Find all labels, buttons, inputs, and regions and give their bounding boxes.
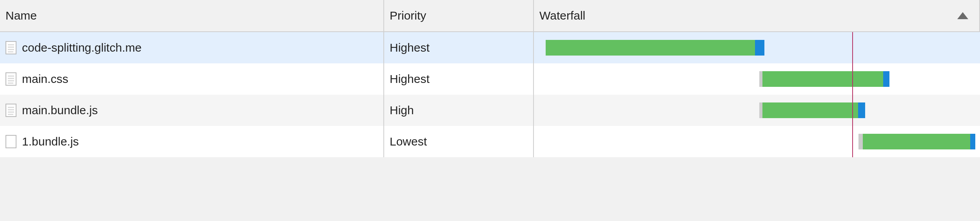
column-header-priority[interactable]: Priority [384, 0, 534, 32]
waterfall-track [543, 126, 975, 157]
waterfall-bar [759, 71, 889, 87]
waterfall-cell[interactable] [534, 32, 980, 63]
waterfall-download-segment [546, 40, 755, 56]
waterfall-tail-segment [755, 40, 764, 56]
name-cell[interactable]: code-splitting.glitch.me [0, 32, 384, 63]
name-cell[interactable]: 1.bundle.js [0, 126, 384, 157]
priority-value: Highest [390, 41, 430, 54]
network-table: Name Priority Waterfall code-splitting.g… [0, 0, 980, 157]
priority-value: Highest [390, 72, 430, 86]
waterfall-bar [858, 134, 975, 149]
column-header-waterfall-label: Waterfall [539, 9, 585, 22]
priority-cell[interactable]: Highest [384, 63, 534, 95]
load-event-marker [852, 32, 853, 63]
priority-value: High [390, 104, 414, 117]
resource-name: main.css [22, 72, 68, 86]
document-icon [5, 72, 16, 86]
waterfall-track [543, 95, 975, 126]
document-icon [5, 104, 16, 117]
resource-name: 1.bundle.js [22, 135, 79, 148]
waterfall-bar [546, 40, 765, 56]
sort-ascending-icon [957, 12, 968, 19]
load-event-marker [852, 63, 853, 95]
waterfall-cell[interactable] [534, 95, 980, 126]
column-header-waterfall[interactable]: Waterfall [534, 0, 980, 32]
waterfall-tail-segment [858, 102, 865, 118]
waterfall-wait-segment [759, 102, 762, 118]
name-cell[interactable]: main.bundle.js [0, 95, 384, 126]
resource-name: code-splitting.glitch.me [22, 41, 142, 54]
waterfall-tail-segment [970, 134, 975, 149]
column-header-name[interactable]: Name [0, 0, 384, 32]
priority-value: Lowest [390, 135, 427, 148]
priority-cell[interactable]: Highest [384, 32, 534, 63]
document-icon [5, 41, 16, 54]
waterfall-cell[interactable] [534, 63, 980, 95]
waterfall-download-segment [863, 134, 970, 149]
file-icon [5, 135, 16, 148]
column-header-name-label: Name [5, 9, 37, 22]
waterfall-track [543, 63, 975, 95]
resource-name: main.bundle.js [22, 104, 98, 117]
load-event-marker [852, 126, 853, 157]
waterfall-bar [759, 102, 865, 118]
waterfall-download-segment [762, 71, 884, 87]
waterfall-cell[interactable] [534, 126, 980, 157]
waterfall-wait-segment [858, 134, 863, 149]
waterfall-tail-segment [883, 71, 889, 87]
column-header-priority-label: Priority [390, 9, 426, 22]
waterfall-wait-segment [759, 71, 762, 87]
priority-cell[interactable]: High [384, 95, 534, 126]
name-cell[interactable]: main.css [0, 63, 384, 95]
load-event-marker [852, 95, 853, 126]
waterfall-download-segment [762, 102, 858, 118]
priority-cell[interactable]: Lowest [384, 126, 534, 157]
waterfall-track [543, 32, 975, 63]
